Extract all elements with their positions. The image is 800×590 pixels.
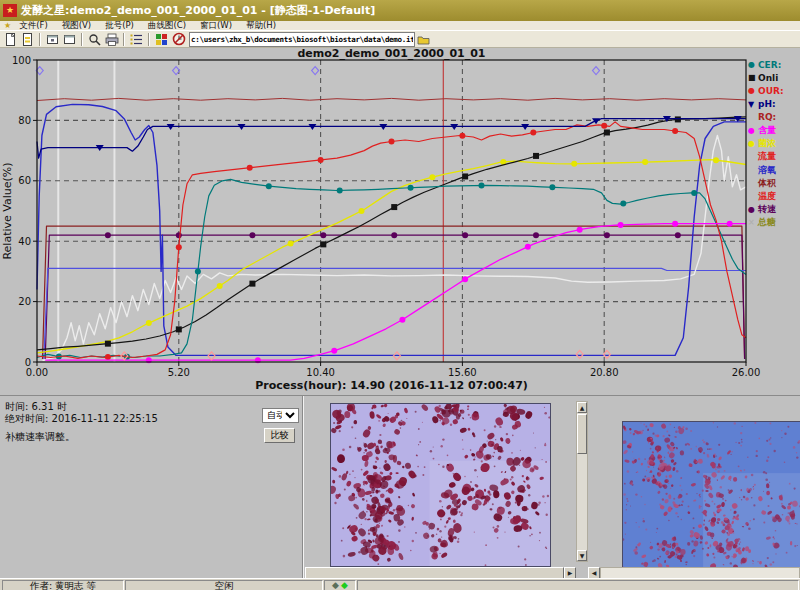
legend-item: 溶氧 xyxy=(748,164,800,177)
panel-divider xyxy=(302,396,304,579)
legend-item: ■Onli xyxy=(748,71,800,84)
legend-item: ●转速 xyxy=(748,203,800,216)
chart-canvas[interactable]: 0.005.2010.4015.6020.8026.00020406080100… xyxy=(0,48,800,395)
window-restore-icon[interactable] xyxy=(44,32,61,47)
vertical-scroll-thumb[interactable] xyxy=(577,414,587,454)
menu-help[interactable]: 帮助(H) xyxy=(246,20,276,32)
svg-text:15.60: 15.60 xyxy=(448,367,477,378)
title-bar: ★ 发酵之星:demo2_demo_001_2000_01_01 - [静态图-… xyxy=(0,0,800,21)
menu-bar: ★ 文件(F) 视图(V) 批号(P) 曲线图(C) 窗口(W) 帮助(H) xyxy=(0,21,800,31)
app-icon: ★ xyxy=(3,4,17,17)
svg-text:0: 0 xyxy=(25,357,31,368)
svg-text:5.20: 5.20 xyxy=(168,367,190,378)
chart-panel: 0.005.2010.4015.6020.8026.00020406080100… xyxy=(0,48,800,395)
new-document-icon[interactable] xyxy=(2,32,19,47)
star-icon: ★ xyxy=(4,21,11,30)
microscope-image-1 xyxy=(330,403,551,567)
window-title: 发酵之星:demo2_demo_001_2000_01_01 - [静态图-1-… xyxy=(21,3,375,18)
legend-item: 体积 xyxy=(748,177,800,190)
legend-item: ●CER: xyxy=(748,58,800,71)
open-document-icon[interactable] xyxy=(19,32,36,47)
toolbar-separator xyxy=(81,33,83,46)
scroll-up-icon[interactable]: ▲ xyxy=(577,402,587,413)
stop-clock-icon[interactable] xyxy=(170,32,187,47)
toolbar-separator xyxy=(39,33,41,46)
toolbar-separator xyxy=(148,33,150,46)
svg-text:0.00: 0.00 xyxy=(26,367,48,378)
bottom-panel: 时间: 6.31 时 绝对时间: 2016-11-11 22:25:15 补糖速… xyxy=(0,395,800,578)
svg-text:60: 60 xyxy=(18,175,31,186)
browse-folder-icon[interactable] xyxy=(415,32,432,47)
menu-batch[interactable]: 批号(P) xyxy=(105,20,134,32)
note-time: 时间: 6.31 时 xyxy=(5,401,255,413)
legend-item: ●OUR: xyxy=(748,84,800,97)
status-empty xyxy=(357,580,799,590)
svg-text:Relative Value(%): Relative Value(%) xyxy=(1,162,14,259)
status-bar: 作者: 黄明志 等 空闲 ◆◆ xyxy=(0,578,800,590)
scroll-down-icon[interactable]: ▼ xyxy=(577,550,587,561)
compare-button[interactable]: 比较 xyxy=(264,428,295,443)
svg-text:10.40: 10.40 xyxy=(306,367,335,378)
legend-item: 流量 xyxy=(748,150,800,163)
note-absolute-time: 绝对时间: 2016-11-11 22:25:15 xyxy=(5,413,255,425)
status-indicators: ◆◆ xyxy=(324,580,356,590)
menu-curve[interactable]: 曲线图(C) xyxy=(148,20,186,32)
batch-notes: 时间: 6.31 时 绝对时间: 2016-11-11 22:25:15 补糖速… xyxy=(5,401,255,443)
curve-list-icon[interactable] xyxy=(128,32,145,47)
menu-window[interactable]: 窗口(W) xyxy=(200,20,232,32)
print-icon[interactable] xyxy=(103,32,120,47)
offline-indicator-icon: ◆ xyxy=(332,581,339,590)
legend-item: ●含量 xyxy=(748,124,800,137)
svg-text:80: 80 xyxy=(18,115,31,126)
legend-item: ●菌浓 xyxy=(748,137,800,150)
menu-file[interactable]: 文件(F) xyxy=(19,20,48,32)
microscope-image-2 xyxy=(622,421,800,569)
toolbar xyxy=(0,31,800,48)
legend-item: RQ: xyxy=(748,111,800,124)
legend-item: ▼pH: xyxy=(748,98,800,111)
color-grid-icon[interactable] xyxy=(153,32,170,47)
svg-text:100: 100 xyxy=(12,55,31,66)
legend-item: 温度 xyxy=(748,190,800,203)
toolbar-separator xyxy=(123,33,125,46)
svg-text:20: 20 xyxy=(18,296,31,307)
zoom-icon[interactable] xyxy=(86,32,103,47)
note-text: 补糖速率调整。 xyxy=(5,431,255,443)
vertical-scrollbar[interactable]: ▲ ▼ xyxy=(576,401,588,562)
menu-view[interactable]: 视图(V) xyxy=(62,20,91,32)
svg-text:26.00: 26.00 xyxy=(732,367,761,378)
mode-select[interactable]: 自动 xyxy=(262,408,299,423)
window-frame-icon[interactable] xyxy=(61,32,78,47)
svg-text:40: 40 xyxy=(18,236,31,247)
online-indicator-icon: ◆ xyxy=(341,581,348,590)
app-window: ★ 发酵之星:demo2_demo_001_2000_01_01 - [静态图-… xyxy=(0,0,800,590)
status-author: 作者: 黄明志 等 xyxy=(2,580,124,590)
svg-text:20.80: 20.80 xyxy=(590,367,619,378)
file-path-input[interactable] xyxy=(189,32,415,47)
legend-item: ×总糖 xyxy=(748,216,800,229)
status-state: 空闲 xyxy=(125,580,323,590)
chart-legend: ●CER:■Onli●OUR:▼pH: RQ:●含量●菌浓 流量 溶氧 体积 温… xyxy=(748,58,800,229)
svg-text:Process(hour): 14.90 (2016-11-: Process(hour): 14.90 (2016-11-12 07:00:4… xyxy=(255,379,528,392)
svg-text:demo2_demo_001_2000_01_01: demo2_demo_001_2000_01_01 xyxy=(297,48,485,60)
